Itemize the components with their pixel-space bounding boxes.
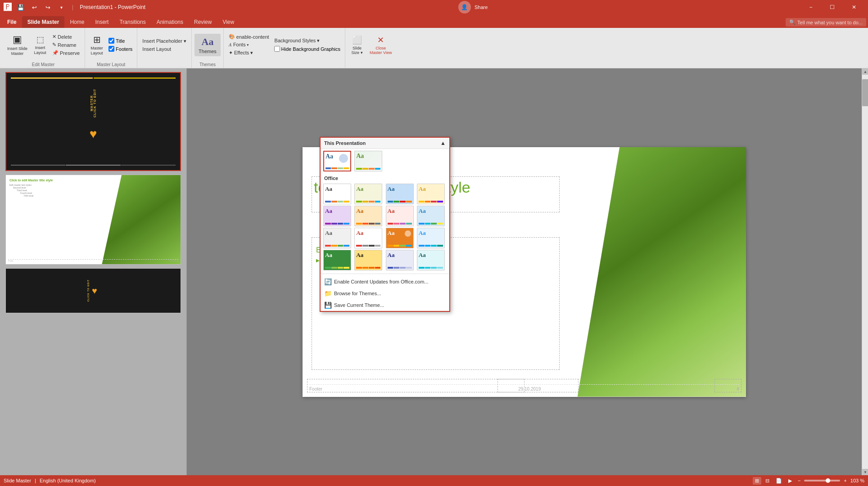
master-layout-label: Master Layout bbox=[97, 62, 125, 67]
scrollbar-track[interactable] bbox=[862, 75, 868, 469]
office-theme-6[interactable]: Aa bbox=[354, 206, 382, 226]
title-bar: 🅿 💾 ↩ ↪ ▾ | Presentation1 - PowerPoint 👤… bbox=[0, 0, 868, 14]
insert-layout-icon: ⬚ bbox=[36, 35, 44, 45]
office-theme-10[interactable]: Aa bbox=[354, 228, 382, 248]
theme-tile-current-2[interactable]: Aa bbox=[354, 151, 382, 171]
insert-slide-master-icon: ▣ bbox=[13, 34, 22, 45]
slide-thumb-container-2: 2 Click to edit Master title style Edit … bbox=[5, 175, 181, 265]
reading-view-button[interactable]: 📄 bbox=[773, 477, 784, 485]
customize-button[interactable]: ▾ bbox=[55, 1, 68, 14]
office-bars-1 bbox=[325, 201, 349, 202]
themes-close-btn[interactable]: ▲ bbox=[440, 140, 446, 146]
undo-button[interactable]: ↩ bbox=[28, 1, 41, 14]
slideshow-button[interactable]: ▶ bbox=[786, 477, 794, 485]
canvas-page-num: # bbox=[737, 387, 739, 392]
tab-file[interactable]: File bbox=[2, 16, 22, 28]
maximize-button[interactable]: ☐ bbox=[822, 0, 843, 14]
office-theme-inner-1: Aa bbox=[324, 184, 351, 204]
theme-tile-current-1[interactable]: Aa bbox=[323, 151, 351, 171]
thumb3-heart: ♥ bbox=[92, 286, 97, 296]
zoom-slider[interactable] bbox=[804, 480, 840, 482]
minimize-button[interactable]: − bbox=[800, 0, 821, 14]
office-theme-8[interactable]: Aa bbox=[417, 206, 445, 226]
insert-slide-master-button[interactable]: ▣ Insert SlideMaster bbox=[5, 32, 30, 58]
footers-checkbox[interactable]: Footers bbox=[107, 45, 134, 53]
office-theme-16[interactable]: Aa bbox=[417, 250, 445, 270]
insert-layout3-button[interactable]: Insert Layout bbox=[140, 45, 189, 53]
delete-button[interactable]: ✕ Delete bbox=[50, 33, 82, 40]
search-box[interactable]: 🔍 Tell me what you want to do... bbox=[786, 18, 866, 27]
vertical-scrollbar: ▲ ▼ bbox=[862, 68, 868, 475]
tab-view[interactable]: View bbox=[217, 16, 240, 28]
save-button[interactable]: 💾 bbox=[14, 1, 27, 14]
office-theme-3[interactable]: Aa bbox=[386, 184, 414, 204]
redo-button[interactable]: ↪ bbox=[41, 1, 54, 14]
office-bars-8 bbox=[419, 223, 443, 225]
close-master-button[interactable]: ✕ CloseMaster View bbox=[367, 34, 394, 56]
browse-themes-link[interactable]: 📁 Browse for Themes... bbox=[321, 288, 449, 299]
slide-thumb-2[interactable]: Click to edit Master title style Edit ma… bbox=[5, 175, 181, 265]
scroll-up-arrow[interactable]: ▲ bbox=[862, 68, 868, 75]
effects-button[interactable]: ✦ Effects ▾ bbox=[226, 49, 271, 57]
slide-thumb-3[interactable]: CLICK TO EDIT ♥ bbox=[5, 268, 181, 313]
tab-home[interactable]: Home bbox=[64, 16, 90, 28]
tab-animations[interactable]: Animations bbox=[151, 16, 189, 28]
hide-background-checkbox[interactable]: Hide Background Graphics bbox=[272, 45, 342, 53]
tab-transitions[interactable]: Transitions bbox=[114, 16, 151, 28]
office-theme-4[interactable]: Aa bbox=[417, 184, 445, 204]
preserve-button[interactable]: 📌 Preserve bbox=[50, 49, 82, 57]
enable-content-link[interactable]: 🔄 Enable Content Updates from Office.com… bbox=[321, 276, 449, 288]
tab-slide-master[interactable]: Slide Master bbox=[22, 16, 65, 28]
slide-master-label: Slide Master bbox=[4, 478, 31, 483]
office-theme-7[interactable]: Aa bbox=[386, 206, 414, 226]
canvas-main: to edit Master title style Edit master t… bbox=[187, 68, 862, 475]
office-theme-5[interactable]: Aa bbox=[323, 206, 351, 226]
office-theme-11[interactable]: Aa bbox=[386, 228, 414, 248]
slide-sorter-button[interactable]: ⊟ bbox=[763, 477, 772, 485]
insert-layout-button[interactable]: ⬚ InsertLayout bbox=[31, 33, 49, 57]
normal-view-button[interactable]: ⊞ bbox=[753, 477, 761, 485]
office-theme-inner-10: Aa bbox=[355, 228, 382, 248]
fonts-button[interactable]: 𝐴 Fonts ▾ bbox=[226, 41, 271, 49]
office-aa-9: Aa bbox=[325, 230, 349, 237]
office-theme-2[interactable]: Aa bbox=[354, 184, 382, 204]
title-checkbox[interactable]: Title bbox=[107, 37, 134, 45]
office-theme-12[interactable]: Aa bbox=[417, 228, 445, 248]
master-layout-button[interactable]: ⊞ MasterLayout bbox=[88, 33, 106, 57]
slide-thumb-1[interactable]: CLICK TO EDIT MASTER ♥ bbox=[5, 72, 181, 171]
theme-tile-inner-2: Aa bbox=[355, 151, 382, 171]
zoom-plus[interactable]: + bbox=[844, 478, 846, 483]
status-separator: | bbox=[35, 478, 36, 483]
office-theme-inner-15: Aa bbox=[386, 250, 413, 270]
office-theme-14[interactable]: Aa bbox=[354, 250, 382, 270]
thumb2-content: Click to edit Master title style Edit ma… bbox=[6, 175, 181, 264]
office-theme-inner-5: Aa bbox=[324, 206, 351, 226]
tab-review[interactable]: Review bbox=[189, 16, 217, 28]
office-theme-1[interactable]: Aa bbox=[323, 184, 351, 204]
quick-access-toolbar: 🅿 💾 ↩ ↪ ▾ | bbox=[4, 1, 77, 14]
zoom-minus[interactable]: − bbox=[798, 478, 800, 483]
small-btn-group: ✕ Delete ✎ Rename 📌 Preserve bbox=[50, 33, 82, 57]
colors-button[interactable]: 🎨 enable-content bbox=[226, 33, 271, 40]
slide-size-button[interactable]: ⬜ SlideSize ▾ bbox=[348, 34, 366, 56]
slide-panel[interactable]: CLICK TO EDIT MASTER ♥ 2 Cli bbox=[0, 68, 187, 475]
themes-section-title: This Presentation bbox=[324, 140, 366, 146]
share-button[interactable]: Share bbox=[475, 4, 488, 10]
office-theme-13[interactable]: Aa bbox=[323, 250, 351, 270]
office-bars-2 bbox=[356, 201, 380, 202]
save-theme-link[interactable]: 💾 Save Current Theme... bbox=[321, 299, 449, 311]
themes-button[interactable]: Aa Themes bbox=[194, 34, 221, 56]
rename-button[interactable]: ✎ Rename bbox=[50, 41, 82, 49]
insert-placeholder-button[interactable]: Insert Placeholder ▾ bbox=[140, 37, 189, 45]
close-button[interactable]: ✕ bbox=[844, 0, 864, 14]
themes-group-label: Themes bbox=[199, 62, 216, 67]
office-theme-9[interactable]: Aa bbox=[323, 228, 351, 248]
tab-insert[interactable]: Insert bbox=[90, 16, 114, 28]
scrollbar-thumb[interactable] bbox=[862, 79, 868, 106]
theme-bars-2 bbox=[356, 168, 380, 170]
office-theme-15[interactable]: Aa bbox=[386, 250, 414, 270]
scroll-down-arrow[interactable]: ▼ bbox=[862, 469, 868, 475]
office-aa-4: Aa bbox=[419, 185, 443, 193]
background-styles-button[interactable]: Background Styles ▾ bbox=[272, 37, 342, 45]
browse-themes-label: Browse for Themes... bbox=[334, 291, 381, 296]
